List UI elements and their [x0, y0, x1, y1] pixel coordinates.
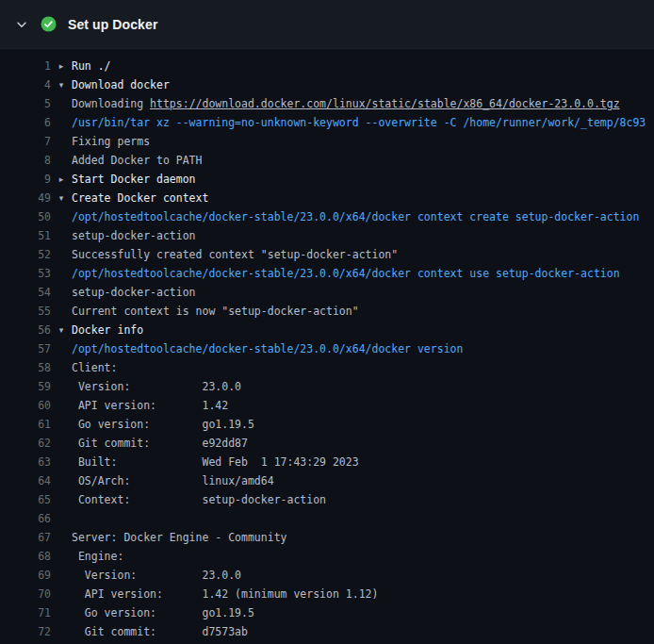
log-text: OS/Arch: linux/amd64	[72, 471, 274, 490]
log-text: API version: 1.42 (minimum version 1.12)	[72, 585, 378, 603]
triangle-right-icon[interactable]: ▸	[51, 57, 72, 75]
line-number[interactable]: 61	[0, 415, 51, 434]
log-line: 50/opt/hostedtoolcache/docker-stable/23.…	[0, 207, 654, 226]
line-number[interactable]: 9	[0, 170, 51, 189]
log-text: setup-docker-action	[72, 283, 196, 302]
triangle-down-icon[interactable]: ▾	[51, 75, 72, 94]
group-label: Create Docker context	[72, 189, 208, 207]
log-command-text: /opt/hostedtoolcache/docker-stable/23.0.…	[72, 207, 639, 226]
line-number[interactable]: 65	[0, 490, 51, 509]
line-number[interactable]: 54	[0, 283, 51, 302]
line-number[interactable]: 69	[0, 566, 51, 585]
log-line: 64 OS/Arch: linux/amd64	[0, 471, 654, 490]
log-text: Built: Wed Feb 1 17:43:29 2023	[72, 453, 359, 471]
log-text: Downloading https://download.docker.com/…	[72, 94, 620, 113]
group-label: Download docker	[72, 75, 170, 94]
log-text: Go version: go1.19.5	[72, 415, 254, 434]
group-label: Start Docker daemon	[72, 170, 196, 189]
log-text: Client:	[72, 358, 117, 377]
log-line[interactable]: 56▾Docker info	[0, 321, 654, 339]
log-line: 66	[0, 509, 654, 528]
line-number[interactable]: 71	[0, 603, 51, 622]
triangle-right-icon[interactable]: ▸	[51, 170, 72, 189]
line-number[interactable]: 53	[0, 264, 51, 283]
triangle-down-icon[interactable]: ▾	[51, 189, 72, 207]
log-text: Downloading	[72, 97, 150, 110]
log-link[interactable]: https://download.docker.com/linux/static…	[150, 97, 620, 110]
log-text: Context: setup-docker-action	[72, 490, 326, 509]
log-line: 60 API version: 1.42	[0, 396, 654, 415]
line-number[interactable]: 60	[0, 396, 51, 415]
log-line: 72 Git commit: d7573ab	[0, 622, 654, 641]
log-line: 63 Built: Wed Feb 1 17:43:29 2023	[0, 453, 654, 471]
log-line: 54setup-docker-action	[0, 283, 654, 302]
log-text: Added Docker to PATH	[72, 151, 202, 170]
line-number[interactable]: 5	[0, 94, 51, 113]
line-number[interactable]: 59	[0, 377, 51, 396]
log-line: 52Successfully created context "setup-do…	[0, 245, 654, 264]
log-line[interactable]: 9▸Start Docker daemon	[0, 170, 654, 189]
log-line: 65 Context: setup-docker-action	[0, 490, 654, 509]
line-number[interactable]: 52	[0, 245, 51, 264]
log-text: Git commit: e92dd87	[72, 434, 248, 453]
log-text: Server: Docker Engine - Community	[72, 528, 286, 547]
log-text: Version: 23.0.0	[72, 377, 241, 396]
log-line: 6/usr/bin/tar xz --warning=no-unknown-ke…	[0, 113, 654, 132]
log-line: 62 Git commit: e92dd87	[0, 434, 654, 453]
log-line: 8Added Docker to PATH	[0, 151, 654, 170]
line-number[interactable]: 51	[0, 226, 51, 245]
line-number[interactable]: 70	[0, 585, 51, 603]
log-command-text: /usr/bin/tar xz --warning=no-unknown-key…	[72, 113, 646, 132]
line-number[interactable]: 62	[0, 434, 51, 453]
log-command-text: /opt/hostedtoolcache/docker-stable/23.0.…	[72, 339, 463, 358]
line-number[interactable]: 72	[0, 622, 51, 641]
line-number[interactable]: 1	[0, 57, 51, 75]
line-number[interactable]: 56	[0, 321, 51, 339]
log-text: setup-docker-action	[72, 226, 196, 245]
line-number[interactable]: 57	[0, 339, 51, 358]
line-number[interactable]: 7	[0, 132, 51, 151]
line-number[interactable]: 66	[0, 509, 51, 528]
line-number[interactable]: 68	[0, 547, 51, 566]
line-number[interactable]: 8	[0, 151, 51, 170]
line-number[interactable]: 6	[0, 113, 51, 132]
line-number[interactable]: 55	[0, 302, 51, 321]
log-text: Go version: go1.19.5	[72, 603, 254, 622]
step-title: Set up Docker	[68, 17, 157, 32]
line-number[interactable]: 58	[0, 358, 51, 377]
log-line: 59 Version: 23.0.0	[0, 377, 654, 396]
line-number[interactable]: 49	[0, 189, 51, 207]
log-text: Current context is now "setup-docker-act…	[72, 302, 359, 321]
line-number[interactable]: 67	[0, 528, 51, 547]
group-label: Run ./	[72, 57, 111, 75]
line-number[interactable]: 50	[0, 207, 51, 226]
log-line: 68 Engine:	[0, 547, 654, 566]
log-text: Engine:	[72, 547, 123, 566]
log-line: 70 API version: 1.42 (minimum version 1.…	[0, 585, 654, 603]
log-line: 53/opt/hostedtoolcache/docker-stable/23.…	[0, 264, 654, 283]
log-line: 5Downloading https://download.docker.com…	[0, 94, 654, 113]
step-header[interactable]: Set up Docker	[0, 0, 654, 49]
log-line[interactable]: 1▸Run ./	[0, 57, 654, 75]
line-number[interactable]: 64	[0, 471, 51, 490]
log-text: Git commit: d7573ab	[72, 622, 248, 641]
chevron-down-icon[interactable]	[15, 18, 28, 31]
log-line: 69 Version: 23.0.0	[0, 566, 654, 585]
log-line[interactable]: 49▾Create Docker context	[0, 189, 654, 207]
group-label: Docker info	[72, 321, 143, 339]
log-line: 57/opt/hostedtoolcache/docker-stable/23.…	[0, 339, 654, 358]
log-line: 51setup-docker-action	[0, 226, 654, 245]
check-circle-icon	[41, 16, 57, 32]
log-text: Successfully created context "setup-dock…	[72, 245, 398, 264]
log-line: 61 Go version: go1.19.5	[0, 415, 654, 434]
log-line[interactable]: 4▾Download docker	[0, 75, 654, 94]
triangle-down-icon[interactable]: ▾	[51, 321, 72, 339]
log-text: API version: 1.42	[72, 396, 228, 415]
log-line: 7Fixing perms	[0, 132, 654, 151]
log-container: 1▸Run ./4▾Download docker5Downloading ht…	[0, 49, 654, 641]
log-command-text: /opt/hostedtoolcache/docker-stable/23.0.…	[72, 264, 620, 283]
line-number[interactable]: 63	[0, 453, 51, 471]
line-number[interactable]: 4	[0, 75, 51, 94]
log-line: 67Server: Docker Engine - Community	[0, 528, 654, 547]
log-line: 55Current context is now "setup-docker-a…	[0, 302, 654, 321]
